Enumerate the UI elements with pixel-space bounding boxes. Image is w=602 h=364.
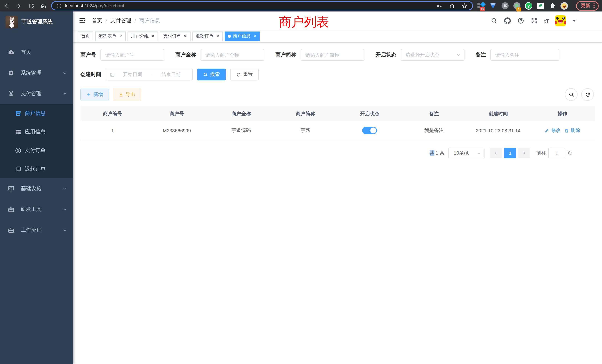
extension-devtools-icon[interactable]: 10: [477, 2, 485, 10]
bookmark-star-icon[interactable]: [461, 2, 468, 9]
toolbox-icon: [7, 206, 15, 213]
sidebar-item-home[interactable]: 首页: [0, 42, 73, 63]
fullscreen-icon[interactable]: [531, 17, 538, 24]
sidebar-item-dev-tools[interactable]: 研发工具: [0, 199, 73, 220]
delete-label: 删除: [571, 127, 580, 134]
app-logo[interactable]: 芋道管理系统: [0, 11, 73, 32]
merchant-fullname-label: 商户全称: [175, 52, 201, 58]
create-time-range-picker[interactable]: 开始日期 - 结束日期: [106, 69, 193, 80]
sidebar-item-merchant-info[interactable]: 商户信息: [0, 104, 73, 123]
remark-input[interactable]: [490, 49, 559, 61]
breadcrumb-separator: /: [106, 18, 107, 24]
close-icon[interactable]: [151, 34, 155, 38]
next-page-button[interactable]: [518, 148, 530, 158]
cell-full-name: 芋道源码: [209, 127, 273, 134]
pencil-icon: [545, 128, 549, 133]
extension-chat-icon[interactable]: [537, 2, 544, 10]
merchant-no-input[interactable]: [100, 49, 164, 61]
sidebar-item-system[interactable]: 系统管理: [0, 63, 73, 83]
sidebar-item-refund-order[interactable]: 退款订单: [0, 160, 73, 178]
browser-back-button[interactable]: [3, 2, 10, 9]
refresh-table-button[interactable]: [581, 88, 594, 101]
export-button[interactable]: 导出: [113, 89, 141, 100]
sidebar-item-label: 应用信息: [25, 129, 46, 135]
extension-gem-icon[interactable]: [489, 2, 497, 10]
status-toggle[interactable]: [362, 127, 377, 134]
url-path: :1024/pay/merchant: [83, 3, 124, 8]
chevron-up-icon: [63, 92, 67, 96]
extension-y-icon[interactable]: y: [525, 2, 532, 10]
end-date-placeholder: 结束日期: [153, 71, 189, 78]
edit-button[interactable]: 修改: [545, 127, 561, 134]
sidebar-collapse-icon[interactable]: [79, 17, 86, 24]
sidebar-item-infrastructure[interactable]: 基础设施: [0, 178, 73, 199]
sidebar: 芋道管理系统 首页 系统管理 ¥ 支付管理: [0, 11, 73, 364]
breadcrumb-home[interactable]: 首页: [92, 17, 102, 24]
help-icon[interactable]: [517, 17, 525, 24]
page-content: 商户号 商户全称 商户简称 开启状态 请选择开启状态: [73, 43, 602, 364]
page-size-select[interactable]: 10条/页: [448, 148, 484, 158]
cell-short-name: 芋艿: [273, 127, 337, 134]
sidebar-item-payment[interactable]: ¥ 支付管理: [0, 83, 73, 104]
user-menu-caret-icon[interactable]: [572, 20, 576, 22]
reset-button[interactable]: 重置: [230, 69, 259, 80]
user-avatar[interactable]: [555, 15, 566, 26]
browser-home-button[interactable]: [40, 2, 47, 9]
tab-user-group[interactable]: 用户分组: [128, 31, 158, 41]
tab-pay-order[interactable]: 支付订单: [160, 31, 190, 41]
tab-process-form[interactable]: 流程表单: [95, 31, 126, 41]
sidebar-item-pay-order[interactable]: 支付订单: [0, 141, 73, 160]
column-header: 商户号: [145, 110, 209, 117]
font-size-icon[interactable]: tT: [544, 18, 549, 24]
toggle-search-button[interactable]: [565, 88, 578, 101]
sidebar-item-label: 系统管理: [21, 70, 42, 76]
browser-reload-button[interactable]: [28, 2, 34, 9]
tab-refund-order[interactable]: 退款订单: [192, 31, 223, 41]
tab-home[interactable]: 首页: [78, 31, 93, 41]
sidebar-item-app-info[interactable]: 应用信息: [0, 123, 73, 141]
sidebar-item-label: 基础设施: [21, 185, 42, 192]
sidebar-item-label: 退款订单: [25, 166, 46, 172]
search-button[interactable]: 搜索: [197, 69, 226, 80]
delete-button[interactable]: 删除: [564, 127, 580, 134]
merchant-fullname-input[interactable]: [201, 49, 264, 61]
page-number-1[interactable]: 1: [504, 148, 516, 158]
browser-profile-avatar[interactable]: [560, 2, 568, 10]
merchant-shortname-input[interactable]: [301, 49, 364, 61]
pagination-total: 共 1 条: [430, 150, 444, 156]
share-icon[interactable]: [449, 2, 455, 9]
merchant-no-label: 商户号: [80, 52, 100, 58]
header-search-icon[interactable]: [491, 17, 498, 24]
date-separator: -: [150, 72, 153, 77]
add-button[interactable]: 新增: [80, 89, 109, 100]
column-header: 商户编号: [80, 110, 145, 117]
status-select[interactable]: 请选择开启状态: [401, 49, 464, 61]
close-icon[interactable]: [184, 34, 187, 38]
browser-forward-button[interactable]: [16, 2, 22, 9]
trash-icon: [564, 128, 569, 133]
extension-recorder-icon[interactable]: 1: [513, 2, 520, 10]
active-tab-dot: [228, 35, 231, 38]
column-header: 商户简称: [273, 110, 337, 117]
chevron-down-icon: [477, 151, 481, 155]
browser-menu-icon[interactable]: [593, 3, 595, 8]
goto-page-input[interactable]: [548, 148, 565, 158]
prev-page-button[interactable]: [490, 148, 502, 158]
status-select-placeholder: 请选择开启状态: [406, 52, 439, 58]
github-icon[interactable]: [504, 17, 511, 24]
monitor-chart-icon: [7, 185, 15, 192]
tab-label: 用户分组: [131, 33, 149, 39]
browser-update-button[interactable]: 更新: [576, 1, 599, 11]
password-key-icon[interactable]: [436, 2, 443, 9]
close-icon[interactable]: [253, 34, 257, 38]
address-bar[interactable]: localhost:1024/pay/merchant: [51, 1, 473, 10]
sidebar-item-workflow[interactable]: 工作流程: [0, 220, 73, 241]
extension-command-icon[interactable]: [501, 2, 509, 10]
tab-merchant-info[interactable]: 商户信息: [225, 31, 260, 41]
close-icon[interactable]: [119, 34, 122, 38]
chevron-down-icon: [63, 207, 67, 212]
extensions-puzzle-icon[interactable]: [549, 2, 556, 10]
site-info-icon[interactable]: [56, 3, 62, 9]
close-icon[interactable]: [216, 34, 219, 38]
total-prefix: 共: [430, 150, 434, 156]
